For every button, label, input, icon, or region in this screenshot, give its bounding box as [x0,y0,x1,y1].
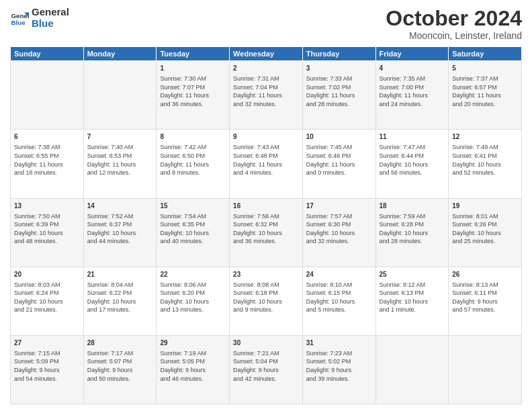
header-sunday: Sunday [11,47,84,61]
day-number: 14 [87,201,153,211]
cell-w0-d0 [11,61,84,130]
day-number: 16 [233,201,299,211]
day-info-line: Daylight: 10 hours [233,229,299,238]
day-info-line: Daylight: 11 hours [160,91,226,100]
day-info-line: Sunrise: 8:13 AM [452,281,518,289]
day-info-line: Sunset: 6:55 PM [14,152,80,161]
day-info-line: Sunset: 6:53 PM [87,152,153,161]
day-number: 3 [306,64,372,73]
day-number: 15 [160,201,226,211]
day-info-line: Sunrise: 8:03 AM [14,281,80,289]
day-info-line: Daylight: 10 hours [306,298,372,306]
day-info-line: Sunset: 6:28 PM [380,220,445,229]
day-info-line: Sunrise: 7:47 AM [380,143,445,152]
page: General Blue General Blue October 2024 M… [0,0,532,411]
day-info-line: and 0 minutes. [306,169,372,177]
day-number: 18 [380,201,445,211]
week-row-2: 13Sunrise: 7:50 AMSunset: 6:39 PMDayligh… [11,198,522,267]
day-info-line: Sunset: 6:39 PM [14,220,80,229]
day-info-line: Daylight: 9 hours [233,366,299,375]
day-info-line: Sunset: 5:05 PM [160,357,226,366]
day-info-line: and 13 minutes. [160,306,226,314]
day-info-line: Sunset: 6:46 PM [306,152,372,161]
cell-w0-d1 [83,61,157,130]
day-info-line: and 36 minutes. [160,100,226,109]
day-info-line: Sunset: 7:04 PM [233,83,299,92]
day-number: 1 [160,64,226,73]
header-row: SundayMondayTuesdayWednesdayThursdayFrid… [11,47,522,61]
day-number: 31 [306,338,372,348]
day-info-line: and 24 minutes. [380,100,445,109]
cell-w3-d5: 25Sunrise: 8:12 AMSunset: 6:13 PMDayligh… [375,267,449,335]
cell-w4-d6 [449,335,522,404]
day-info-line: and 40 minutes. [160,237,226,246]
day-info-line: and 12 minutes. [87,169,153,177]
day-info-line: Sunrise: 7:35 AM [380,75,445,83]
day-info-line: and 56 minutes. [380,169,445,177]
day-info-line: Sunrise: 7:38 AM [14,143,80,152]
day-number: 23 [233,270,299,279]
day-info-line: Sunrise: 7:49 AM [452,143,518,152]
day-info-line: and 48 minutes. [14,237,80,246]
cell-w3-d4: 24Sunrise: 8:10 AMSunset: 6:15 PMDayligh… [302,267,375,335]
day-info-line: and 5 minutes. [306,306,372,314]
cell-w0-d4: 3Sunrise: 7:33 AMSunset: 7:02 PMDaylight… [302,61,375,130]
day-info-line: Daylight: 10 hours [380,229,445,238]
logo-general: General [32,7,69,18]
day-info-line: Sunset: 5:07 PM [87,357,153,366]
day-info-line: and 17 minutes. [87,306,153,314]
day-number: 5 [452,64,518,73]
cell-w3-d1: 21Sunrise: 8:04 AMSunset: 6:22 PMDayligh… [83,267,157,335]
day-info-line: Daylight: 9 hours [160,366,226,375]
day-info-line: and 50 minutes. [87,375,153,383]
cell-w3-d6: 26Sunrise: 8:13 AMSunset: 6:11 PMDayligh… [449,267,522,335]
cell-w1-d0: 6Sunrise: 7:38 AMSunset: 6:55 PMDaylight… [11,130,84,198]
day-info-line: Daylight: 11 hours [233,161,299,169]
day-info-line: Daylight: 10 hours [14,298,80,306]
header-wednesday: Wednesday [230,47,303,61]
day-info-line: and 28 minutes. [306,100,372,109]
cell-w1-d3: 9Sunrise: 7:43 AMSunset: 6:48 PMDaylight… [230,130,303,198]
day-info-line: Daylight: 10 hours [14,229,80,238]
day-info-line: Sunset: 7:02 PM [306,83,372,92]
day-info-line: and 20 minutes. [452,100,518,109]
day-info-line: Daylight: 9 hours [452,298,518,306]
day-number: 12 [452,132,518,142]
day-number: 2 [233,64,299,73]
day-info-line: and 44 minutes. [87,237,153,246]
day-info-line: Sunrise: 7:19 AM [160,349,226,358]
cell-w1-d5: 11Sunrise: 7:47 AMSunset: 6:44 PMDayligh… [375,130,449,198]
cell-w1-d6: 12Sunrise: 7:49 AMSunset: 6:41 PMDayligh… [449,130,522,198]
day-info-line: Daylight: 10 hours [160,229,226,238]
main-title: October 2024 [386,7,522,30]
cell-w2-d3: 16Sunrise: 7:56 AMSunset: 6:32 PMDayligh… [230,198,303,267]
day-number: 11 [380,132,445,142]
day-info-line: and 25 minutes. [452,237,518,246]
day-info-line: Sunset: 6:11 PM [452,289,518,298]
day-number: 28 [87,338,153,348]
day-info-line: and 42 minutes. [233,375,299,383]
day-info-line: Sunrise: 8:06 AM [160,281,226,289]
day-info-line: Sunrise: 7:21 AM [233,349,299,358]
day-info-line: Sunrise: 7:43 AM [233,143,299,152]
day-info-line: Daylight: 11 hours [233,91,299,100]
cell-w4-d0: 27Sunrise: 7:15 AMSunset: 5:09 PMDayligh… [11,335,84,404]
day-info-line: Daylight: 11 hours [306,91,372,100]
cell-w2-d5: 18Sunrise: 7:59 AMSunset: 6:28 PMDayligh… [375,198,449,267]
day-number: 17 [306,201,372,211]
week-row-4: 27Sunrise: 7:15 AMSunset: 5:09 PMDayligh… [11,335,522,404]
day-number: 22 [160,270,226,279]
day-info-line: Daylight: 10 hours [87,298,153,306]
day-info-line: Sunset: 6:30 PM [306,220,372,229]
cell-w3-d3: 23Sunrise: 8:08 AMSunset: 6:18 PMDayligh… [230,267,303,335]
day-info-line: Sunrise: 7:23 AM [306,349,372,358]
day-info-line: and 36 minutes. [233,237,299,246]
day-info-line: Daylight: 11 hours [87,161,153,169]
day-info-line: Sunset: 6:24 PM [14,289,80,298]
header-friday: Friday [375,47,449,61]
day-number: 9 [233,132,299,142]
day-info-line: Daylight: 10 hours [306,229,372,238]
day-info-line: and 21 minutes. [14,306,80,314]
logo: General Blue General Blue [10,7,69,29]
day-info-line: Daylight: 10 hours [380,298,445,306]
